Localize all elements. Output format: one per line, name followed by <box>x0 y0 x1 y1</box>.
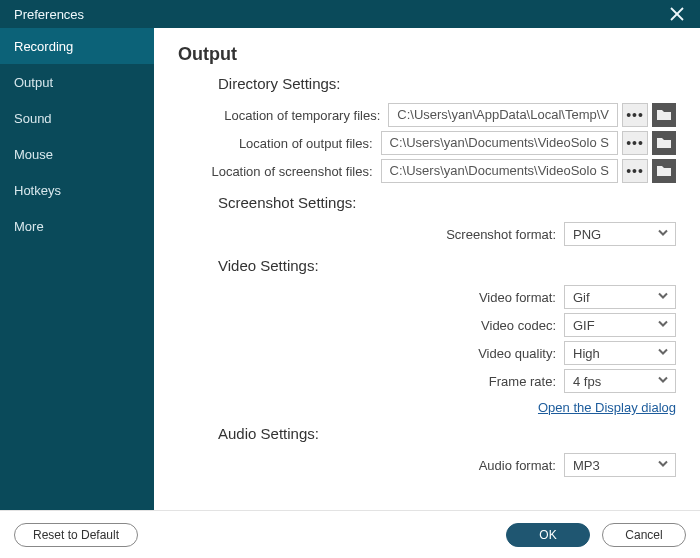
label-screenshot-format: Screenshot format: <box>178 227 564 242</box>
temp-location-browse-button[interactable]: ••• <box>622 103 648 127</box>
open-display-dialog-link[interactable]: Open the Display dialog <box>538 400 676 415</box>
label-video-format: Video format: <box>178 290 564 305</box>
label-frame-rate: Frame rate: <box>178 374 564 389</box>
select-value: PNG <box>573 227 601 242</box>
label-screenshot-location: Location of screenshot files: <box>178 164 381 179</box>
select-value: High <box>573 346 600 361</box>
sidebar-item-sound[interactable]: Sound <box>0 100 154 136</box>
section-heading-video: Video Settings: <box>218 257 676 274</box>
folder-icon[interactable] <box>652 103 676 127</box>
screenshot-location-field[interactable]: C:\Users\yan\Documents\VideoSolo S <box>381 159 618 183</box>
label-output-location: Location of output files: <box>178 136 381 151</box>
ok-button[interactable]: OK <box>506 523 590 547</box>
sidebar-item-mouse[interactable]: Mouse <box>0 136 154 172</box>
output-location-browse-button[interactable]: ••• <box>622 131 648 155</box>
sidebar-item-output[interactable]: Output <box>0 64 154 100</box>
sidebar-item-more[interactable]: More <box>0 208 154 244</box>
window-title: Preferences <box>14 7 84 22</box>
page-title: Output <box>178 44 676 65</box>
video-format-select[interactable]: Gif <box>564 285 676 309</box>
sidebar-item-hotkeys[interactable]: Hotkeys <box>0 172 154 208</box>
chevron-down-icon <box>657 458 669 473</box>
label-video-codec: Video codec: <box>178 318 564 333</box>
section-heading-screenshot: Screenshot Settings: <box>218 194 676 211</box>
section-heading-directory: Directory Settings: <box>218 75 676 92</box>
screenshot-format-select[interactable]: PNG <box>564 222 676 246</box>
sidebar-item-label: Recording <box>14 39 73 54</box>
chevron-down-icon <box>657 227 669 242</box>
sidebar-item-label: More <box>14 219 44 234</box>
select-value: Gif <box>573 290 590 305</box>
titlebar: Preferences <box>0 0 700 28</box>
sidebar-item-label: Output <box>14 75 53 90</box>
sidebar: Recording Output Sound Mouse Hotkeys Mor… <box>0 28 154 510</box>
video-codec-select[interactable]: GIF <box>564 313 676 337</box>
sidebar-item-label: Sound <box>14 111 52 126</box>
temp-location-field[interactable]: C:\Users\yan\AppData\Local\Temp\V <box>388 103 618 127</box>
main-panel: Output Directory Settings: Location of t… <box>154 28 700 510</box>
close-icon[interactable] <box>668 5 686 23</box>
audio-format-select[interactable]: MP3 <box>564 453 676 477</box>
output-location-field[interactable]: C:\Users\yan\Documents\VideoSolo S <box>381 131 618 155</box>
chevron-down-icon <box>657 374 669 389</box>
chevron-down-icon <box>657 318 669 333</box>
chevron-down-icon <box>657 290 669 305</box>
video-quality-select[interactable]: High <box>564 341 676 365</box>
select-value: 4 fps <box>573 374 601 389</box>
preferences-window: Preferences Recording Output Sound Mouse… <box>0 0 700 558</box>
chevron-down-icon <box>657 346 669 361</box>
sidebar-item-recording[interactable]: Recording <box>0 28 154 64</box>
section-heading-audio: Audio Settings: <box>218 425 676 442</box>
cancel-button[interactable]: Cancel <box>602 523 686 547</box>
sidebar-item-label: Mouse <box>14 147 53 162</box>
label-video-quality: Video quality: <box>178 346 564 361</box>
select-value: MP3 <box>573 458 600 473</box>
sidebar-item-label: Hotkeys <box>14 183 61 198</box>
reset-to-default-button[interactable]: Reset to Default <box>14 523 138 547</box>
screenshot-location-browse-button[interactable]: ••• <box>622 159 648 183</box>
folder-icon[interactable] <box>652 159 676 183</box>
select-value: GIF <box>573 318 595 333</box>
label-temp-location: Location of temporary files: <box>178 108 388 123</box>
label-audio-format: Audio format: <box>178 458 564 473</box>
folder-icon[interactable] <box>652 131 676 155</box>
footer: Reset to Default OK Cancel <box>0 510 700 558</box>
frame-rate-select[interactable]: 4 fps <box>564 369 676 393</box>
